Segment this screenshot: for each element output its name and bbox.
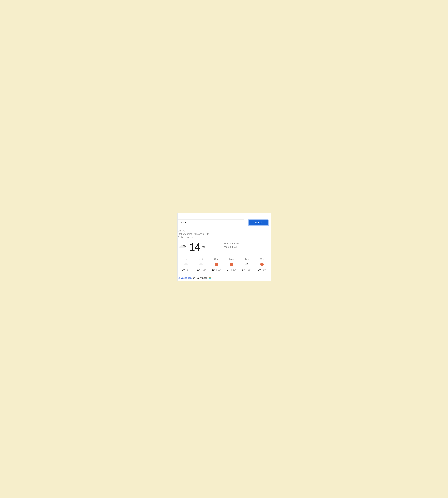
city-search-input[interactable] — [178, 219, 244, 226]
sun-icon — [215, 263, 218, 266]
sun-icon — [260, 263, 264, 266]
weather-app-window: Search Lisbon Last updated: Thursday 21:… — [177, 213, 271, 281]
forecast-day-name: Fri — [178, 258, 194, 261]
forecast-row: Fri17° | 14°Sat19° | 13°Sun18° | 12°Mon1… — [177, 253, 271, 275]
wind-label: Wind: 2 km/h — [224, 245, 239, 249]
temp-separator: | — [246, 269, 248, 271]
temp-separator: | — [185, 269, 187, 271]
forecast-day-name: Wed — [255, 258, 270, 261]
current-left: 14 °C — [178, 242, 224, 252]
forecast-day: Wed17° | 10° — [255, 258, 270, 271]
forecast-temps: 19° | 13° — [193, 269, 209, 271]
footer-by: by: Cally Ezzell — [192, 277, 208, 279]
temp-separator: | — [261, 269, 263, 271]
forecast-day: Mon17° | 12° — [224, 258, 239, 271]
city-name: Lisbon — [177, 228, 271, 232]
forecast-temps: 17° | 12° — [224, 269, 239, 271]
location-meta: Lisbon Last updated: Thursday 21:34 Brok… — [177, 228, 271, 239]
forecast-day: Tue17° | 13° — [239, 258, 255, 271]
forecast-high: 17° — [227, 269, 230, 271]
temp-separator: | — [200, 269, 202, 271]
forecast-low: 14° — [187, 269, 191, 271]
footer: en-source code by: Cally Ezzell 👩🏼‍💻 — [177, 275, 271, 281]
forecast-low: 10° — [263, 269, 266, 271]
search-button[interactable]: Search — [248, 219, 269, 226]
forecast-high: 17° — [257, 269, 261, 271]
forecast-high: 19° — [197, 269, 200, 271]
forecast-day-name: Sun — [209, 258, 224, 261]
cloud-icon — [199, 263, 204, 266]
last-updated: Last updated: Thursday 21:34 — [177, 232, 271, 235]
source-code-link[interactable]: en-source code — [177, 277, 192, 279]
temp-separator: | — [230, 269, 233, 271]
forecast-day-name: Mon — [224, 258, 239, 261]
forecast-high: 17° — [242, 269, 246, 271]
forecast-day-name: Tue — [239, 258, 255, 261]
current-conditions: Broken clouds — [177, 235, 271, 239]
forecast-low: 12° — [233, 269, 236, 271]
temp-separator: | — [215, 269, 218, 271]
forecast-temps: 17° | 13° — [239, 269, 255, 271]
forecast-day-name: Sat — [193, 258, 209, 261]
current-weather: 14 °C Humidity: 83% Wind: 2 km/h — [177, 239, 271, 253]
forecast-temps: 17° | 10° — [255, 269, 270, 271]
broken-clouds-icon — [244, 263, 249, 266]
forecast-high: 18° — [212, 269, 215, 271]
humidity-label: Humidity: 83% — [224, 242, 239, 245]
search-row: Search — [177, 216, 271, 228]
forecast-temps: 18° | 12° — [209, 269, 224, 271]
top-strip — [177, 213, 271, 216]
broken-clouds-icon — [178, 244, 187, 250]
forecast-low: 12° — [218, 269, 221, 271]
temperature-unit[interactable]: °C — [202, 246, 205, 249]
forecast-low: 13° — [248, 269, 251, 271]
forecast-day: Sun18° | 12° — [209, 258, 224, 271]
forecast-high: 17° — [182, 269, 185, 271]
current-details: Humidity: 83% Wind: 2 km/h — [224, 242, 239, 249]
forecast-day: Sat19° | 13° — [193, 258, 209, 271]
forecast-day: Fri17° | 14° — [178, 258, 194, 271]
forecast-low: 13° — [202, 269, 206, 271]
current-temperature: 14 — [189, 242, 200, 252]
cloud-icon — [184, 263, 188, 266]
technologist-emoji-icon: 👩🏼‍💻 — [209, 277, 211, 279]
sun-icon — [230, 263, 233, 266]
forecast-temps: 17° | 14° — [178, 269, 194, 271]
